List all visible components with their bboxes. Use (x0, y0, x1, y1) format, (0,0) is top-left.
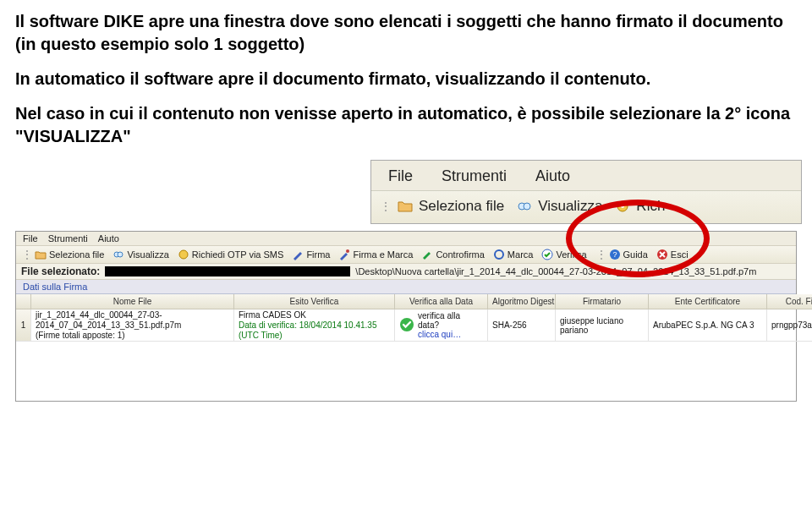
tb-esci[interactable]: Esci (656, 249, 689, 260)
gear-icon (178, 249, 189, 260)
zoom-menu-strumenti: Strumenti (442, 167, 507, 185)
counter-sign-icon (421, 249, 433, 260)
zoom-toolbar: ⋮ Seleziona file Visualizza Rich (371, 191, 801, 223)
zoom-rich-partial: Rich (614, 198, 665, 215)
para-1: Il software DIKE apre una finestra dove … (15, 10, 797, 56)
file-selected-label: File selezionato: (21, 265, 100, 277)
help-icon: ? (609, 249, 621, 260)
file-selected-row: File selezionato: \Desktop\Nuova cartell… (16, 264, 796, 280)
cell-num: 1 (16, 309, 31, 342)
zoom-menu-file: File (388, 167, 413, 185)
grip-icon: ⋮ (380, 200, 385, 213)
col-nomefile[interactable]: Nome File (31, 294, 234, 309)
col-cf[interactable]: Cod. Fiscale (767, 294, 812, 309)
tb-controfirma[interactable]: Controfirma (421, 249, 484, 260)
pen-icon (292, 249, 304, 260)
svg-point-6 (179, 250, 188, 259)
file-path: \Desktop\Nuova cartella\jir_1_2014_44_dl… (355, 266, 756, 276)
cell-algo: SHA-256 (488, 309, 556, 342)
tb-guida[interactable]: ? Guida (609, 249, 648, 260)
app-menubar: File Strumenti Aiuto (16, 232, 796, 246)
grid-header: Nome File Esito Verifica Verifica alla D… (16, 294, 796, 309)
document-body: Il software DIKE apre una finestra dove … (15, 10, 797, 148)
grid-empty-area (16, 342, 796, 401)
folder-icon (397, 198, 414, 215)
check-icon (541, 249, 553, 260)
dike-window: File Strumenti Aiuto ⋮ Seleziona file Vi… (15, 231, 797, 402)
col-algo[interactable]: Algoritmo Digest (488, 294, 556, 309)
tb-firma-e-marca[interactable]: Firma e Marca (338, 249, 413, 260)
pen-stamp-icon (338, 249, 350, 260)
tb-verifica[interactable]: Verifica (541, 249, 586, 260)
view-icon (112, 249, 124, 260)
svg-point-8 (495, 250, 503, 259)
tb-firma[interactable]: Firma (292, 249, 330, 260)
grid-row-1[interactable]: 1 jir_1_2014_44_dlc_00044_27-03-2014_07_… (16, 309, 796, 342)
zoom-screenshot: File Strumenti Aiuto ⋮ Seleziona file Vi… (370, 160, 802, 224)
zoom-menu-aiuto: Aiuto (535, 167, 570, 185)
tb-seleziona-file[interactable]: Seleziona file (35, 249, 104, 260)
folder-icon (35, 249, 47, 260)
cell-cf: prngpp73a01d123t (767, 309, 812, 342)
svg-point-5 (118, 252, 123, 257)
app-toolbar: ⋮ Seleziona file Visualizza Richiedi OTP… (16, 246, 796, 264)
cell-esito: Firma CADES OK Data di verifica: 18/04/2… (234, 309, 395, 342)
cell-firmatario: giuseppe luciano pariano (556, 309, 649, 342)
tb-marca[interactable]: Marca (493, 249, 534, 260)
zoom-menubar: File Strumenti Aiuto (371, 161, 801, 191)
section-dati-firma: Dati sulla Firma (16, 280, 796, 294)
exit-icon (656, 249, 668, 260)
menu-aiuto[interactable]: Aiuto (98, 233, 119, 244)
separator-icon: ⋮ (595, 248, 601, 261)
zoom-visualizza: Visualizza (516, 198, 602, 215)
svg-point-7 (346, 249, 349, 253)
gear-icon (614, 198, 631, 215)
col-verdata[interactable]: Verifica alla Data (395, 294, 488, 309)
clicca-qui-link[interactable]: clicca qui… (418, 330, 483, 339)
svg-point-3 (621, 205, 624, 208)
ok-check-icon (399, 317, 414, 334)
para-2: In automatico il software apre il docume… (15, 68, 797, 90)
col-ente[interactable]: Ente Certificatore (649, 294, 767, 309)
redacted-block (105, 266, 350, 276)
menu-strumenti[interactable]: Strumenti (48, 233, 88, 244)
cell-nomefile: jir_1_2014_44_dlc_00044_27-03-2014_07_04… (31, 309, 234, 342)
menu-file[interactable]: File (23, 233, 38, 244)
col-num (16, 294, 31, 309)
svg-text:?: ? (612, 250, 617, 259)
cell-verifica-data[interactable]: verifica alla data? clicca qui… (395, 309, 488, 342)
svg-point-1 (524, 203, 530, 210)
grip-icon: ⋮ (21, 248, 26, 261)
para-3: Nel caso in cui il contenuto non venisse… (15, 102, 797, 148)
tb-visualizza[interactable]: Visualizza (112, 249, 168, 260)
col-firmatario[interactable]: Firmatario (556, 294, 649, 309)
zoom-seleziona-file: Seleziona file (397, 198, 504, 215)
cell-ente: ArubaPEC S.p.A. NG CA 3 (649, 309, 767, 342)
stamp-icon (493, 249, 505, 260)
col-esito[interactable]: Esito Verifica (234, 294, 395, 309)
tb-richiedi-otp[interactable]: Richiedi OTP via SMS (178, 249, 284, 260)
view-icon (516, 198, 533, 215)
